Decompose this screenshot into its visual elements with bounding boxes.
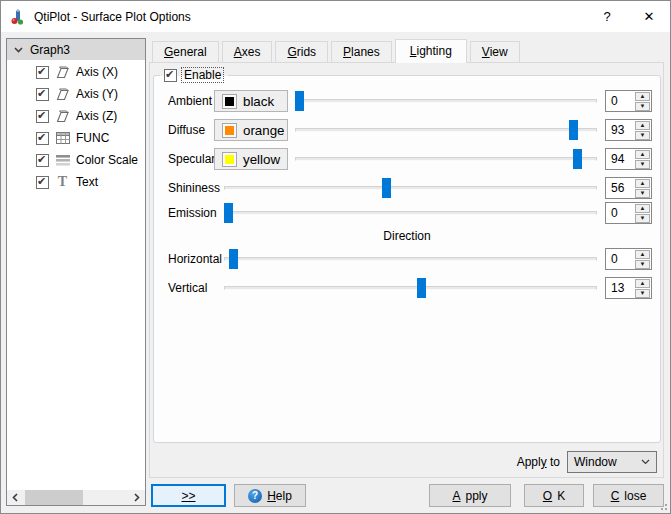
enable-checkbox-group[interactable]: Enable [160, 66, 228, 84]
spinbox-value[interactable]: 0 [606, 203, 635, 223]
spin-up-icon[interactable]: ▲ [635, 250, 650, 259]
spin-up-icon[interactable]: ▲ [635, 92, 650, 101]
tree-item-axis-x[interactable]: Axis (X) [7, 62, 145, 82]
tab-grids[interactable]: Grids [275, 41, 328, 62]
specular-label: Specular [168, 152, 215, 166]
checkbox-checked-icon[interactable] [36, 88, 49, 101]
close-button[interactable]: ✕ [628, 1, 670, 32]
spin-up-icon[interactable]: ▲ [635, 204, 650, 213]
spinbox-value[interactable]: 93 [606, 120, 635, 140]
slider-handle[interactable] [417, 278, 426, 298]
tree-item-color-scale[interactable]: Color Scale [7, 150, 145, 170]
slider-track[interactable] [295, 157, 597, 161]
slider-track[interactable] [295, 99, 597, 103]
slider-track[interactable] [224, 186, 597, 190]
vertical-spinbox[interactable]: 13 ▲▼ [605, 277, 652, 299]
spinbox-value[interactable]: 0 [606, 91, 635, 111]
slider-track[interactable] [295, 128, 597, 132]
diffuse-slider[interactable] [295, 120, 597, 140]
spinbox-value[interactable]: 56 [606, 178, 635, 198]
slider-track[interactable] [224, 286, 597, 290]
tree-item-text[interactable]: T Text [7, 172, 145, 192]
resize-grip[interactable] [657, 500, 667, 510]
direction-section-title: Direction [153, 229, 661, 243]
scrollbar-track[interactable] [23, 490, 129, 505]
tab-lighting[interactable]: Lighting [395, 39, 467, 63]
checkbox-checked-icon[interactable] [36, 110, 49, 123]
color-name: orange [243, 123, 285, 138]
ambient-slider[interactable] [295, 91, 597, 111]
vertical-slider[interactable] [224, 278, 597, 298]
spin-down-icon[interactable]: ▼ [635, 131, 650, 140]
scroll-right-icon[interactable] [129, 490, 145, 505]
ok-button[interactable]: OK [524, 484, 584, 507]
lighting-tab-pane: Enable Ambient black 0 ▲▼ Diffuse orang [149, 62, 664, 478]
checkbox-checked-icon[interactable] [36, 154, 49, 167]
spin-down-icon[interactable]: ▼ [635, 160, 650, 169]
plot-elements-tree: Graph3 Axis (X) Axis (Y) Axis (Z) [6, 38, 146, 506]
app-icon [9, 8, 27, 26]
tree-item-func[interactable]: FUNC [7, 128, 145, 148]
spinbox-value[interactable]: 94 [606, 149, 635, 169]
tab-axes[interactable]: Axes [222, 41, 273, 62]
checkbox-checked-icon[interactable] [36, 132, 49, 145]
emission-spinbox[interactable]: 0 ▲▼ [605, 202, 652, 224]
diffuse-row: Diffuse orange 93 ▲▼ [153, 119, 661, 141]
vertical-label: Vertical [168, 281, 207, 295]
spinbox-value[interactable]: 0 [606, 249, 635, 269]
slider-handle[interactable] [295, 91, 304, 111]
slider-handle[interactable] [382, 178, 391, 198]
shininess-slider[interactable] [224, 178, 597, 198]
tree-item-axis-z[interactable]: Axis (Z) [7, 106, 145, 126]
diffuse-color-button[interactable]: orange [214, 119, 288, 141]
shininess-spinbox[interactable]: 56 ▲▼ [605, 177, 652, 199]
spin-down-icon[interactable]: ▼ [635, 102, 650, 111]
slider-track[interactable] [224, 257, 597, 261]
specular-spinbox[interactable]: 94 ▲▼ [605, 148, 652, 170]
spin-down-icon[interactable]: ▼ [635, 189, 650, 198]
tab-planes[interactable]: Planes [331, 41, 392, 62]
spinbox-value[interactable]: 13 [606, 278, 635, 298]
horizontal-slider[interactable] [224, 249, 597, 269]
apply-to-label: Apply to [360, 455, 560, 469]
tab-general[interactable]: General [152, 41, 219, 62]
checkbox-checked-icon[interactable] [164, 69, 177, 82]
spin-up-icon[interactable]: ▲ [635, 179, 650, 188]
axis-plane-icon [54, 108, 71, 124]
slider-track[interactable] [224, 211, 597, 215]
checkbox-checked-icon[interactable] [36, 66, 49, 79]
diffuse-spinbox[interactable]: 93 ▲▼ [605, 119, 652, 141]
close-dialog-button[interactable]: Close [593, 484, 664, 507]
spin-up-icon[interactable]: ▲ [635, 279, 650, 288]
axis-plane-icon [54, 86, 71, 102]
context-help-button[interactable]: ? [586, 1, 628, 32]
slider-handle[interactable] [229, 249, 238, 269]
scrollbar-thumb[interactable] [25, 490, 83, 505]
tree-root-graph3[interactable]: Graph3 [7, 39, 145, 60]
spin-down-icon[interactable]: ▼ [635, 289, 650, 298]
slider-handle[interactable] [569, 120, 578, 140]
tree-item-axis-y[interactable]: Axis (Y) [7, 84, 145, 104]
slider-handle[interactable] [224, 203, 233, 223]
tab-view[interactable]: View [470, 41, 520, 62]
apply-to-select[interactable]: Window [567, 451, 657, 473]
checkbox-checked-icon[interactable] [36, 176, 49, 189]
ambient-spinbox[interactable]: 0 ▲▼ [605, 90, 652, 112]
scroll-left-icon[interactable] [7, 490, 23, 505]
more-options-button[interactable]: >> [151, 484, 226, 507]
specular-color-button[interactable]: yellow [214, 148, 288, 170]
spin-down-icon[interactable]: ▼ [635, 260, 650, 269]
tree-horizontal-scrollbar[interactable] [7, 490, 145, 505]
slider-handle[interactable] [573, 149, 582, 169]
ambient-color-button[interactable]: black [214, 90, 288, 112]
spin-down-icon[interactable]: ▼ [635, 214, 650, 223]
specular-slider[interactable] [295, 149, 597, 169]
apply-button[interactable]: Apply [429, 484, 511, 507]
emission-slider[interactable] [224, 203, 597, 223]
help-button[interactable]: ? Help [234, 484, 306, 507]
specular-row: Specular yellow 94 ▲▼ [153, 148, 661, 170]
horizontal-spinbox[interactable]: 0 ▲▼ [605, 248, 652, 270]
tree-item-label: Axis (Z) [76, 109, 117, 123]
spin-up-icon[interactable]: ▲ [635, 150, 650, 159]
spin-up-icon[interactable]: ▲ [635, 121, 650, 130]
